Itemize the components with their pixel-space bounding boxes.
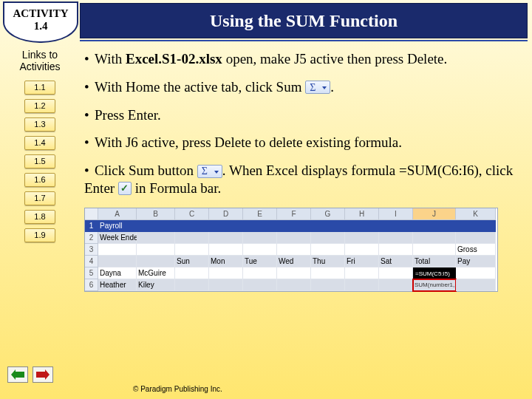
sidebar-item-1-3[interactable]: 1.3 (24, 117, 55, 132)
sidebar-item-1-2[interactable]: 1.2 (24, 99, 55, 113)
sidebar-item-1-8[interactable]: 1.8 (24, 210, 55, 224)
sum-icon: Σ (305, 81, 330, 94)
activity-label: ACTIVITY (4, 7, 77, 20)
arrow-right-icon (36, 369, 50, 380)
sidebar-item-1-7[interactable]: 1.7 (24, 191, 55, 205)
sum-icon: Σ (197, 165, 222, 178)
sidebar-item-1-6[interactable]: 1.6 (24, 173, 55, 187)
bullet-1: •With Excel.S1-02.xlsx open, make J5 act… (84, 50, 520, 68)
sidebar-item-1-4[interactable]: 1.4 (24, 136, 55, 150)
main-content: •With Excel.S1-02.xlsx open, make J5 act… (80, 44, 532, 399)
sidebar-item-1-1[interactable]: 1.1 (24, 81, 55, 95)
excel-screenshot: A B C D E F G H I J K 1 Payroll 2 Week E… (84, 208, 498, 292)
sidebar: Links to Activities 1.1 1.2 1.3 1.4 1.5 … (0, 44, 80, 399)
cell-j6-tooltip: SUM(number1, [number2], ...) (413, 279, 456, 291)
bullet-2: •With Home the active tab, click Sum Σ. (84, 78, 520, 96)
links-heading: Links to Activities (19, 49, 60, 72)
check-icon: ✓ (118, 182, 132, 195)
sidebar-item-1-5[interactable]: 1.5 (24, 154, 55, 168)
nav-arrows (7, 366, 53, 383)
prev-button[interactable] (7, 366, 28, 383)
activity-tab: ACTIVITY 1.4 (3, 1, 78, 43)
footer-copyright: © Paradigm Publishing Inc. (133, 385, 222, 393)
bullet-3: •Press Enter. (84, 106, 520, 124)
cell-j5-active: =SUM(C5:I5) (413, 267, 456, 279)
sidebar-item-1-9[interactable]: 1.9 (24, 228, 55, 242)
page-title: Using the SUM Function (210, 11, 398, 31)
arrow-left-icon (11, 369, 24, 380)
bullet-4: •With J6 active, press Delete to delete … (84, 134, 520, 151)
title-bar: Using the SUM Function (80, 3, 528, 38)
activity-number: 1.4 (4, 20, 77, 33)
bullet-5: •Click Sum button Σ. When Excel displays… (84, 162, 520, 197)
title-underline (80, 40, 528, 41)
next-button[interactable] (33, 366, 53, 383)
